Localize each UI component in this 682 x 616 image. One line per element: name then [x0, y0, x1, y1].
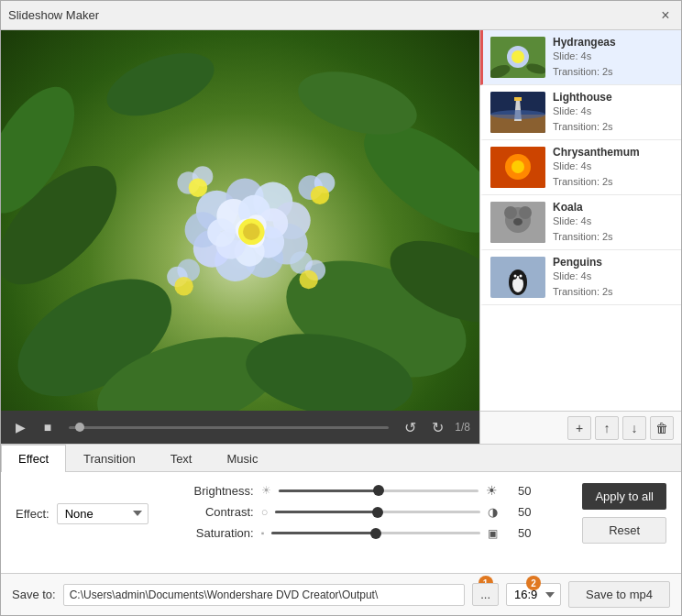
window-title: Slideshow Maker	[8, 8, 99, 22]
svg-point-30	[243, 224, 259, 240]
slide-item-koala[interactable]: Koala Slide: 4sTransition: 2s	[480, 195, 681, 250]
move-down-button[interactable]: ↓	[622, 416, 646, 440]
slide-thumbnail-hydrangeas	[490, 37, 545, 78]
contrast-thumb	[372, 507, 383, 518]
reset-button[interactable]: Reset	[582, 517, 666, 544]
thumb-svg-lighthouse	[490, 92, 545, 133]
slide-name-koala: Koala	[553, 201, 674, 214]
saturation-value: 50	[505, 526, 531, 540]
slide-item-penguins[interactable]: Penguins Slide: 4sTransition: 2s	[480, 250, 681, 305]
thumb-svg-penguins	[490, 257, 545, 298]
slide-item-hydrangeas[interactable]: Hydrangeas Slide: 4sTransition: 2s	[480, 30, 681, 85]
browse-button[interactable]: ...	[472, 583, 499, 606]
slide-name-hydrangeas: Hydrangeas	[553, 36, 674, 49]
main-area: ▶ ■ ↺ ↻ 1/8	[1, 30, 681, 444]
slide-info-koala: Koala Slide: 4sTransition: 2s	[553, 201, 674, 244]
effect-selector: Effect: None Black & White Sepia Blur Sh…	[16, 483, 148, 544]
svg-point-33	[189, 178, 207, 196]
frame-counter: 1/8	[455, 421, 470, 434]
svg-point-59	[519, 206, 532, 219]
delete-slide-button[interactable]: 🗑	[650, 416, 674, 440]
ratio-wrapper: 2 16:9 4:3 1:1 9:16	[506, 583, 561, 606]
svg-point-42	[174, 277, 192, 295]
apply-all-button[interactable]: Apply to all	[582, 483, 666, 510]
slide-list-scroll[interactable]: Hydrangeas Slide: 4sTransition: 2s	[480, 30, 681, 411]
slide-name-chrysanthemum: Chrysanthemum	[553, 146, 674, 159]
progress-bar[interactable]	[69, 426, 389, 429]
saturation-fill	[271, 532, 376, 534]
save-bar: Save to: 1 ... 2 16:9 4:3 1:1 9:16 Save …	[1, 573, 681, 615]
save-path-input[interactable]	[63, 584, 465, 606]
effect-tab-content: Effect: None Black & White Sepia Blur Sh…	[1, 472, 681, 573]
flower-svg	[1, 30, 479, 411]
forward-button[interactable]: ↻	[427, 417, 447, 437]
svg-point-60	[513, 218, 522, 226]
saturation-icon-left: ▪	[261, 528, 265, 538]
slide-item-lighthouse[interactable]: Lighthouse Slide: 4sTransition: 2s	[480, 85, 681, 140]
slide-info-lighthouse: Lighthouse Slide: 4sTransition: 2s	[553, 91, 674, 134]
preview-panel: ▶ ■ ↺ ↻ 1/8	[1, 30, 479, 444]
preview-video	[1, 30, 479, 411]
effect-label: Effect:	[16, 507, 50, 521]
progress-indicator	[75, 423, 84, 432]
slide-thumbnail-chrysanthemum	[490, 147, 545, 188]
saturation-row: Saturation: ▪ ▣ 50	[185, 526, 532, 540]
svg-point-58	[504, 206, 517, 219]
brightness-icon-right: ☀	[486, 483, 498, 498]
contrast-slider[interactable]	[275, 511, 480, 513]
flower-background	[1, 30, 479, 411]
brightness-label: Brightness:	[185, 484, 254, 498]
svg-rect-51	[514, 97, 522, 101]
move-up-button[interactable]: ↑	[595, 416, 619, 440]
browse-wrapper: 1 ...	[472, 583, 499, 606]
slide-thumbnail-penguins	[490, 257, 545, 298]
contrast-value: 50	[505, 505, 531, 519]
title-bar: Slideshow Maker ×	[1, 1, 681, 30]
brightness-icon-left: ☀	[261, 484, 271, 497]
slide-info-chrysanthemum: Chrysanthemum Slide: 4sTransition: 2s	[553, 146, 674, 189]
ratio-badge: 2	[526, 576, 541, 590]
tab-effect[interactable]: Effect	[1, 445, 66, 472]
saturation-slider[interactable]	[271, 532, 480, 534]
slide-detail-penguins: Slide: 4sTransition: 2s	[553, 269, 674, 299]
brightness-thumb	[373, 485, 384, 496]
slide-detail-koala: Slide: 4sTransition: 2s	[553, 214, 674, 244]
effect-select[interactable]: None Black & White Sepia Blur Sharpen	[57, 503, 148, 524]
bottom-panel: Effect Transition Text Music Effect: Non…	[1, 444, 681, 615]
slide-name-penguins: Penguins	[553, 256, 674, 269]
sliders-area: Brightness: ☀ ☀ 50 Contrast: ○	[185, 483, 532, 544]
save-to-mp4-button[interactable]: Save to mp4	[568, 581, 670, 608]
play-button[interactable]: ▶	[10, 417, 30, 437]
add-slide-button[interactable]: +	[567, 416, 591, 440]
slide-thumbnail-koala	[490, 202, 545, 243]
thumb-svg	[490, 37, 545, 78]
svg-point-66	[514, 275, 517, 278]
slide-name-lighthouse: Lighthouse	[553, 91, 674, 104]
tab-transition[interactable]: Transition	[66, 445, 153, 472]
brightness-slider[interactable]	[279, 490, 479, 492]
stop-button[interactable]: ■	[38, 417, 58, 437]
slide-detail-hydrangeas: Slide: 4sTransition: 2s	[553, 49, 674, 79]
contrast-label: Contrast:	[185, 505, 254, 519]
contrast-row: Contrast: ○ ◑ 50	[185, 505, 532, 519]
close-button[interactable]: ×	[657, 7, 674, 24]
slide-item-chrysanthemum[interactable]: Chrysanthemum Slide: 4sTransition: 2s	[480, 140, 681, 195]
contrast-icon-right: ◑	[488, 505, 498, 519]
svg-point-39	[299, 270, 317, 289]
slide-list: Hydrangeas Slide: 4sTransition: 2s	[479, 30, 681, 444]
saturation-icon-right: ▣	[488, 527, 498, 540]
saturation-thumb	[370, 528, 381, 539]
brightness-value: 50	[505, 484, 531, 498]
preview-controls: ▶ ■ ↺ ↻ 1/8	[1, 411, 479, 444]
thumb-svg-koala	[490, 202, 545, 243]
slide-info-hydrangeas: Hydrangeas Slide: 4sTransition: 2s	[553, 36, 674, 79]
svg-point-36	[311, 186, 329, 204]
tab-text[interactable]: Text	[153, 445, 210, 472]
slide-detail-chrysanthemum: Slide: 4sTransition: 2s	[553, 159, 674, 189]
tabs-row: Effect Transition Text Music	[1, 445, 681, 472]
rewind-button[interactable]: ↺	[400, 417, 420, 437]
svg-point-52	[490, 110, 545, 119]
slide-list-toolbar: + ↑ ↓ 🗑	[480, 411, 681, 444]
effect-buttons: Apply to all Reset	[582, 483, 666, 544]
tab-music[interactable]: Music	[209, 445, 275, 472]
